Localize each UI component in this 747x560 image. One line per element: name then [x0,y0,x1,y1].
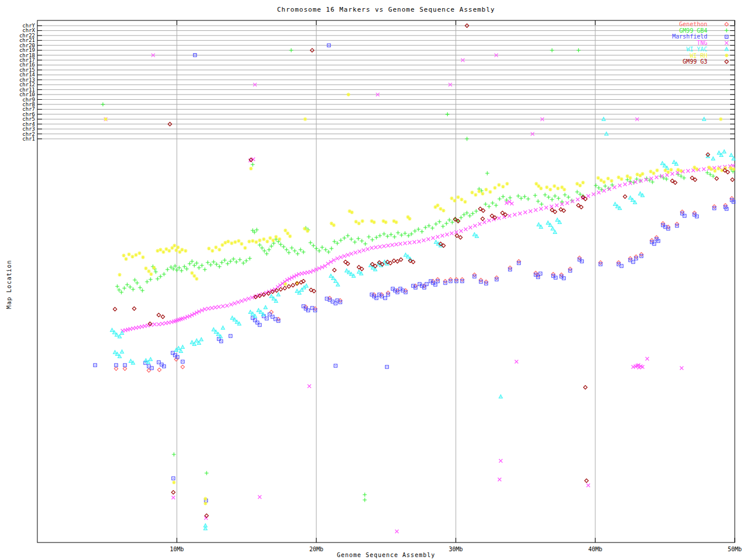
x-tick-label: 30Mb [449,546,463,552]
x-gridlines-and-ticks: 10Mb20Mb30Mb40Mb50Mb [170,20,742,552]
series-gm99-g3 [113,24,734,517]
series-genethon [114,197,734,372]
scatter-plot-canvas: chrYchrXchr22chr21chr20chr19chr18chr17ch… [0,0,747,560]
legend-label: Genethon [679,21,707,27]
series-wi-rh [104,93,735,506]
series-tng [104,54,735,533]
x-tick-label: 20Mb [309,546,323,552]
legend: GenethonGM99 GB4MarshfieldTNGWI YACWI RH… [672,21,729,65]
legend-label: Marshfield [672,33,707,40]
legend-label: GM99 G3 [683,58,707,65]
legend-label: TNG [697,40,707,46]
legend-label: WI YAC [686,46,707,52]
series-wi-yac [110,117,735,530]
chromosome-gridlines: chrYchrXchr22chr21chr20chr19chr18chr17ch… [19,23,735,142]
series-marshfield [93,44,735,502]
series-gm99-gb4 [101,48,735,502]
plot-border [37,20,735,542]
x-tick-label: 50Mb [728,546,742,552]
x-tick-label: 10Mb [170,546,184,552]
x-tick-label: 40Mb [588,546,602,552]
legend-label: GM99 GB4 [679,27,707,34]
chromosome-row-label: chr1 [22,136,35,142]
legend-label: WI RH [690,52,707,59]
